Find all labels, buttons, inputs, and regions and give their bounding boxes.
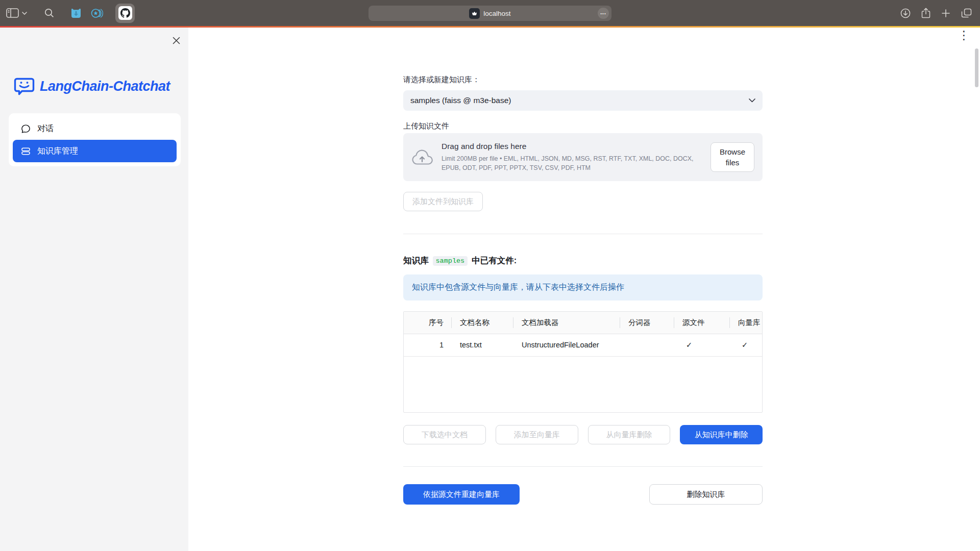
download-selected-button[interactable]: 下载选中文档	[403, 425, 486, 444]
pinned-tab-cat-icon[interactable]	[70, 8, 82, 19]
cell-vector-check: ✓	[729, 334, 762, 356]
sidebar-toggle-icon[interactable]	[6, 8, 19, 18]
nav-item-label: 对话	[37, 123, 54, 134]
info-alert: 知识库中包含源文件与向量库，请从下表中选择文件后操作	[403, 274, 763, 300]
github-icon	[118, 6, 132, 20]
remove-from-vector-button[interactable]: 从向量库删除	[588, 425, 671, 444]
pinned-tab-github-active[interactable]	[115, 4, 135, 23]
file-dropzone[interactable]: Drag and drop files here Limit 200MB per…	[403, 133, 763, 181]
rebuild-vector-button[interactable]: 依据源文件重建向量库	[403, 484, 520, 505]
nav-item-knowledge-base[interactable]: 知识库管理	[13, 140, 177, 162]
col-header-vector: 向量库	[729, 312, 762, 334]
upload-label: 上传知识文件	[403, 121, 763, 131]
kb-page: 请选择或新建知识库： samples (faiss @ m3e-base) 上传…	[403, 28, 763, 505]
col-header-source: 源文件	[674, 312, 729, 334]
chatchat-logo-icon	[14, 77, 35, 96]
sidebar: LangChain-Chatchat 对话 知识库管理	[0, 28, 188, 551]
address-bar[interactable]: localhost •••	[369, 6, 611, 21]
streamlit-menu-icon[interactable]: ⋮	[958, 30, 970, 41]
browser-toolbar: localhost •••	[0, 0, 980, 26]
files-table: 序号 文档名称 文档加载器 分词器 源文件 向量库 1 test.txt Uns	[403, 311, 763, 413]
cell-splitter	[620, 334, 674, 356]
dropzone-title: Drag and drop files here	[442, 142, 702, 151]
kb-name-code: samples	[433, 256, 468, 266]
heading-prefix: 知识库	[403, 255, 429, 266]
site-favicon	[469, 8, 480, 19]
tab-overview-icon[interactable]	[961, 8, 972, 18]
kb-files-heading: 知识库 samples 中已有文件:	[403, 255, 763, 266]
kb-select-label: 请选择或新建知识库：	[403, 75, 763, 85]
file-action-buttons: 下载选中文档 添加至向量库 从向量库删除 从知识库中删除	[403, 425, 763, 444]
sidebar-close-icon[interactable]	[172, 36, 181, 45]
address-url: localhost	[483, 10, 510, 17]
col-header-loader: 文档加载器	[513, 312, 620, 334]
delete-from-kb-button[interactable]: 从知识库中删除	[680, 425, 763, 444]
share-icon[interactable]	[921, 8, 930, 18]
col-header-no: 序号	[404, 312, 451, 334]
cloud-upload-icon	[411, 149, 433, 166]
kb-bottom-actions: 依据源文件重建向量库 删除知识库	[403, 484, 763, 505]
heading-suffix: 中已有文件:	[472, 255, 517, 266]
dropzone-limit: Limit 200MB per file • EML, HTML, JSON, …	[442, 154, 702, 172]
cell-source-check: ✓	[674, 334, 729, 356]
search-icon[interactable]	[44, 8, 54, 18]
page-more-icon[interactable]: •••	[598, 8, 609, 19]
sidebar-nav: 对话 知识库管理	[9, 113, 181, 166]
browse-files-button[interactable]: Browse files	[710, 142, 754, 172]
main-area: ⋮ 请选择或新建知识库： samples (faiss @ m3e-base) …	[188, 28, 980, 551]
col-header-name: 文档名称	[451, 312, 513, 334]
nav-item-dialogue[interactable]: 对话	[13, 117, 177, 140]
cell-loader: UnstructuredFileLoader	[513, 334, 620, 356]
dropzone-texts: Drag and drop files here Limit 200MB per…	[442, 142, 702, 172]
cell-name: test.txt	[451, 334, 513, 356]
divider	[403, 234, 763, 234]
col-header-splitter: 分词器	[620, 312, 674, 334]
new-tab-icon[interactable]	[941, 9, 950, 18]
kb-selectbox-value: samples (faiss @ m3e-base)	[410, 96, 749, 105]
app-title: LangChain-Chatchat	[40, 79, 170, 94]
table-row[interactable]: 1 test.txt UnstructuredFileLoader ✓ ✓	[404, 334, 762, 356]
delete-kb-button[interactable]: 删除知识库	[649, 484, 763, 505]
select-chevron-icon	[749, 98, 755, 103]
database-icon	[21, 146, 31, 156]
chat-bubble-icon	[21, 124, 31, 134]
scrollbar-thumb[interactable]	[975, 48, 978, 87]
divider	[403, 466, 763, 467]
add-to-vector-button[interactable]: 添加至向量库	[496, 425, 578, 444]
add-files-button[interactable]: 添加文件到知识库	[403, 192, 483, 211]
downloads-icon[interactable]	[900, 8, 911, 18]
app-logo: LangChain-Chatchat	[14, 77, 170, 96]
pinned-tab-circles-icon[interactable]	[91, 8, 103, 19]
table-header-row: 序号 文档名称 文档加载器 分词器 源文件 向量库	[404, 312, 762, 334]
chevron-down-icon[interactable]	[22, 12, 27, 15]
nav-item-label: 知识库管理	[37, 146, 78, 157]
cell-no: 1	[404, 334, 451, 356]
kb-selectbox[interactable]: samples (faiss @ m3e-base)	[403, 90, 763, 111]
